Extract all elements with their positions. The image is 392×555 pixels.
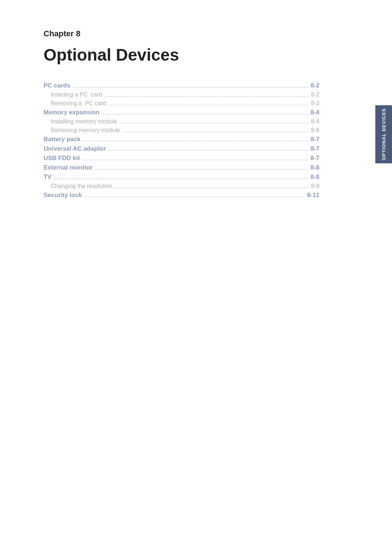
toc-sub-page: 8-4 [311,118,319,125]
toc-page: 8-8 [310,164,319,171]
toc-dots [73,87,309,87]
toc-label: PC cards [44,82,70,89]
toc-item-usb-fdd-kit[interactable]: USB FDD kit8-7 [44,155,319,162]
toc-dots [95,169,308,170]
toc-label: Battery pack [44,136,81,143]
toc-label: Memory expansion [44,109,99,116]
toc-dots [83,141,308,141]
toc-sub-label: Installing memory module [44,118,117,125]
toc-sub-page: 8-2 [311,91,319,98]
toc-item-universal-ac-adaptor[interactable]: Universal AC adaptor8-7 [44,145,319,152]
toc-page: 8-8 [310,174,319,181]
toc-sub-dots [119,123,309,123]
toc-dots [82,160,308,160]
toc-item-installing-memory-module[interactable]: Installing memory module8-4 [44,118,319,125]
toc-dots [54,179,309,179]
toc-dots [108,150,308,151]
toc-label: Security lock [44,192,82,199]
toc-item-security-lock[interactable]: Security lock8-11 [44,192,319,199]
toc-item-removing-pc-card[interactable]: Removing a PC card8-3 [44,100,319,107]
toc-sub-dots [108,105,309,105]
chapter-number: 8 [76,29,80,38]
toc-page: 8-7 [310,145,319,152]
toc-sub-label: Removing memory module [44,127,120,134]
toc-item-battery-pack[interactable]: Battery pack8-7 [44,136,319,143]
toc-sub-label: Changing the resolution [44,183,112,189]
toc-sub-label: Inserting a PC card [44,91,102,98]
toc-label: USB FDD kit [44,155,80,162]
toc-page: 8-2 [310,82,319,89]
toc-item-tv[interactable]: TV8-8 [44,174,319,181]
toc-item-external-monitor[interactable]: External monitor8-8 [44,164,319,171]
toc-item-removing-memory-module[interactable]: Removing memory module8-6 [44,127,319,134]
toc-item-pc-cards[interactable]: PC cards8-2 [44,82,319,89]
page-content: Chapter 8 Optional Devices PC cards8-2In… [0,0,356,230]
toc-sub-page: 8-6 [311,127,319,134]
toc-dots [102,114,308,114]
toc-label: TV [44,174,52,181]
toc-item-inserting-pc-card[interactable]: Inserting a PC card8-2 [44,91,319,98]
toc-sub-page: 8-3 [311,100,319,107]
toc-dots [84,197,305,197]
chapter-label: Chapter 8 [44,29,319,38]
side-tab: Optional Devices [375,105,392,163]
toc-page: 8-7 [310,155,319,162]
side-tab-text: Optional Devices [381,108,387,160]
toc-table: PC cards8-2Inserting a PC card8-2Removin… [44,82,319,199]
toc-item-changing-resolution[interactable]: Changing the resolution8-9 [44,183,319,189]
toc-sub-label: Removing a PC card [44,100,106,107]
toc-label: Universal AC adaptor [44,145,106,152]
toc-page: 8-4 [310,109,319,116]
toc-page: 8-7 [310,136,319,143]
toc-sub-page: 8-9 [311,183,319,189]
toc-label: External monitor [44,164,93,171]
toc-sub-dots [114,188,309,188]
toc-item-memory-expansion[interactable]: Memory expansion8-4 [44,109,319,116]
page-title: Optional Devices [44,45,319,65]
toc-page: 8-11 [307,192,319,199]
toc-sub-dots [122,132,309,132]
toc-sub-dots [104,96,309,97]
chapter-text: Chapter [44,29,74,38]
